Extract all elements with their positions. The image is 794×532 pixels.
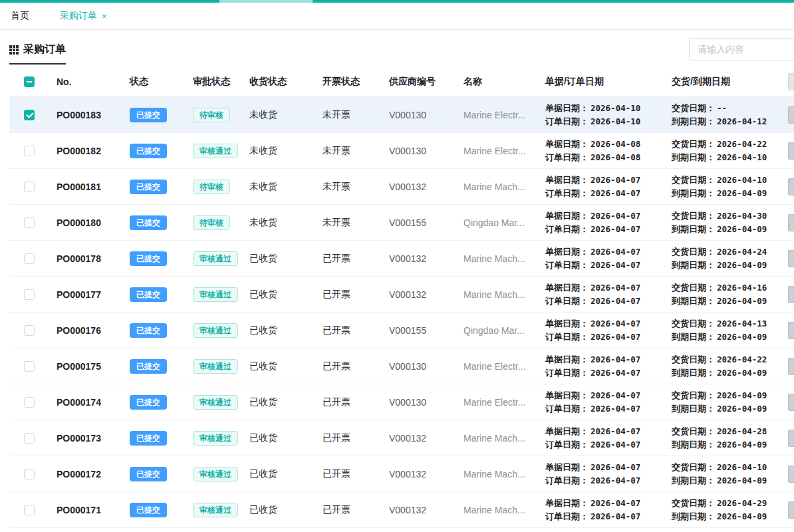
delivery-due-dates: 交货日期：2026-04-10 到期日期：2026-04-09 [672, 174, 794, 200]
row-checkbox[interactable] [24, 289, 35, 300]
vendor-code: V000132 [389, 289, 463, 300]
due-date-label: 到期日期： [672, 260, 715, 270]
row-action-button-clipped[interactable] [788, 322, 794, 339]
order-no: PO000180 [57, 217, 101, 228]
receive-status: 已收货 [249, 289, 323, 301]
doc-date-label: 单据日期： [545, 283, 589, 293]
delivery-due-dates: 交货日期：2026-04-16 到期日期：2026-04-09 [672, 281, 794, 308]
table-row[interactable]: PO000174 已提交 审核通过 已收货 已开票 V000130 Marine… [9, 384, 794, 420]
status-badge: 已提交 [130, 144, 167, 158]
delivery-date: 2026-04-10 [717, 175, 767, 185]
vendor-code: V000132 [389, 433, 463, 444]
row-checkbox[interactable] [24, 253, 35, 264]
select-all-checkbox[interactable] [24, 76, 35, 87]
row-checkbox[interactable] [24, 110, 35, 120]
table-row[interactable]: PO000172 已提交 审核通过 已收货 已开票 V000132 Marine… [9, 456, 794, 492]
tab-home[interactable]: 首页 [11, 10, 29, 22]
table-row[interactable]: PO000177 已提交 审核通过 已收货 已开票 V000132 Marine… [9, 277, 794, 313]
table-row[interactable]: PO000181 已提交 待审核 未收货 未开票 V000132 Marine … [9, 169, 794, 205]
doc-order-dates: 单据日期：2026-04-07 订单日期：2026-04-07 [545, 497, 672, 523]
doc-order-dates: 单据日期：2026-04-07 订单日期：2026-04-07 [545, 317, 672, 344]
doc-date: 2026-04-07 [591, 319, 640, 329]
vendor-name: Marine Mach... [463, 253, 545, 264]
doc-date-label: 单据日期： [545, 139, 589, 149]
table-body: PO000183 已提交 待审核 未收货 未开票 V000130 Marine … [9, 97, 794, 528]
row-checkbox[interactable] [24, 361, 35, 372]
vendor-name: Marine Electr... [463, 397, 545, 408]
top-progress-bar-segment [219, 0, 313, 3]
row-checkbox[interactable] [24, 325, 35, 336]
row-action-button-clipped[interactable] [788, 250, 794, 267]
row-checkbox[interactable] [24, 397, 35, 408]
table-row[interactable]: PO000183 已提交 待审核 未收货 未开票 V000130 Marine … [9, 97, 794, 133]
grid-icon [9, 45, 19, 55]
approval-status-badge: 待审核 [193, 108, 230, 122]
receive-status: 已收货 [249, 360, 323, 372]
row-checkbox[interactable] [24, 505, 35, 515]
row-action-button-clipped[interactable] [788, 178, 794, 196]
row-action-button-clipped[interactable] [788, 214, 794, 231]
row-action-button-clipped[interactable] [788, 466, 794, 483]
row-checkbox[interactable] [24, 146, 35, 156]
table-row[interactable]: PO000173 已提交 审核通过 已收货 已开票 V000132 Marine… [9, 420, 794, 456]
tab-purchase-orders[interactable]: 采购订单 × [60, 10, 107, 22]
delivery-date-label: 交货日期： [672, 390, 715, 400]
invoice-status: 已开票 [323, 253, 389, 265]
delivery-due-dates: 交货日期：2026-04-30 到期日期：2026-04-09 [672, 209, 794, 236]
table-row[interactable]: PO000176 已提交 审核通过 已收货 已开票 V000155 Qingda… [9, 313, 794, 348]
row-action-button-clipped[interactable] [788, 106, 794, 124]
row-action-button-clipped[interactable] [788, 286, 794, 303]
row-action-button-clipped[interactable] [788, 394, 794, 411]
status-badge: 已提交 [130, 215, 167, 230]
row-checkbox[interactable] [24, 217, 35, 228]
due-date: 2026-04-09 [717, 260, 767, 270]
doc-date-label: 单据日期： [545, 247, 589, 257]
order-no: PO000183 [57, 110, 101, 120]
table-row[interactable]: PO000175 已提交 审核通过 已收货 已开票 V000130 Marine… [9, 348, 794, 384]
due-date: 2026-04-09 [717, 332, 767, 342]
delivery-date-label: 交货日期： [672, 103, 715, 113]
order-date: 2026-04-07 [591, 368, 640, 378]
row-action-button-clipped[interactable] [788, 358, 794, 375]
receive-status: 未收货 [249, 109, 323, 121]
table-row[interactable]: PO000178 已提交 审核通过 已收货 已开票 V000132 Marine… [9, 241, 794, 277]
search-input[interactable] [698, 44, 794, 55]
delivery-date: 2026-04-24 [717, 247, 767, 257]
delivery-date: 2026-04-22 [717, 354, 767, 364]
table-row[interactable]: PO000182 已提交 审核通过 未收货 未开票 V000130 Marine… [9, 133, 794, 169]
tab-bar: 首页 采购订单 × [0, 3, 794, 30]
order-no: PO000172 [57, 469, 101, 479]
row-action-button-clipped[interactable] [788, 142, 794, 160]
tab-close-icon[interactable]: × [102, 12, 107, 21]
vendor-code: V000130 [389, 397, 463, 408]
search-box [689, 38, 794, 61]
row-checkbox[interactable] [24, 182, 35, 192]
order-date-label: 订单日期： [545, 116, 589, 126]
order-date-label: 订单日期： [545, 152, 589, 162]
row-checkbox[interactable] [24, 469, 35, 479]
due-date-label: 到期日期： [672, 440, 715, 450]
invoice-status: 未开票 [323, 145, 389, 157]
row-action-button-clipped[interactable] [788, 501, 794, 519]
order-date-label: 订单日期： [545, 475, 589, 485]
receive-status: 未收货 [249, 181, 323, 193]
approval-status-badge: 审核通过 [193, 395, 238, 410]
delivery-date: 2026-04-16 [717, 283, 767, 293]
table-row[interactable]: PO000180 已提交 待审核 未收货 未开票 V000155 Qingdao… [9, 205, 794, 241]
invoice-status: 已开票 [323, 289, 389, 301]
doc-date-label: 单据日期： [545, 319, 589, 329]
order-no: PO000176 [57, 325, 101, 336]
row-checkbox[interactable] [24, 433, 35, 444]
doc-date: 2026-04-07 [591, 247, 640, 257]
doc-date: 2026-04-07 [591, 462, 640, 472]
status-badge: 已提交 [130, 251, 167, 266]
delivery-date: 2026-04-13 [717, 319, 767, 329]
order-date-label: 订单日期： [545, 511, 589, 521]
table-row[interactable]: PO000171 已提交 审核通过 已收货 已开票 V000132 Marine… [9, 492, 794, 528]
delivery-date: 2026-04-22 [717, 139, 767, 149]
invoice-status: 未开票 [323, 217, 389, 229]
doc-date-label: 单据日期： [545, 354, 589, 364]
delivery-due-dates: 交货日期：2026-04-09 到期日期：2026-04-09 [672, 389, 794, 416]
delivery-due-dates: 交货日期：2026-04-10 到期日期：2026-04-09 [672, 461, 794, 487]
row-action-button-clipped[interactable] [788, 430, 794, 447]
